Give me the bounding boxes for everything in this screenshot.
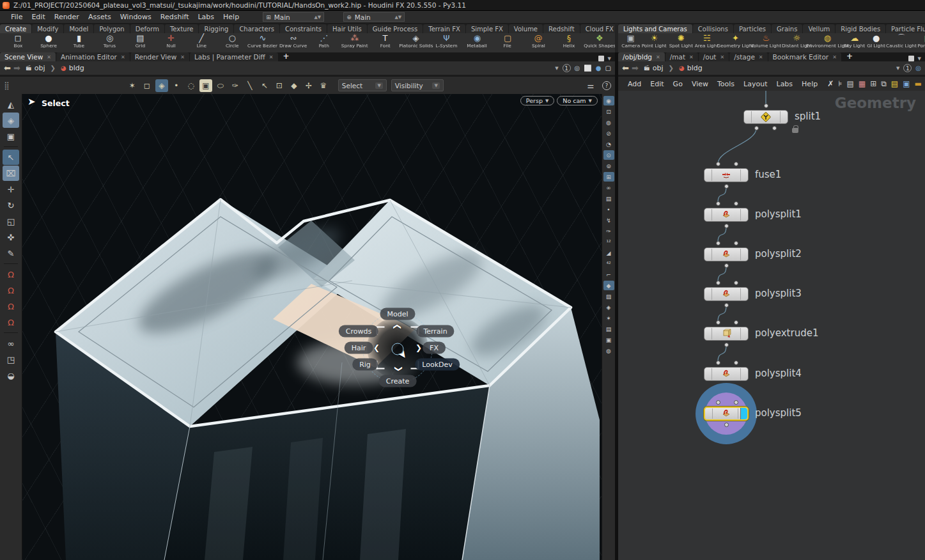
menu-edit[interactable]: Edit <box>27 12 49 22</box>
node-input-connector[interactable] <box>716 400 720 405</box>
shelf-tool-torus[interactable]: ◎Torus <box>95 33 125 52</box>
pane-menu-icon[interactable]: ▼ <box>918 56 921 61</box>
list-view-icon[interactable]: ▤ <box>846 79 853 88</box>
shelf-tool-l-system[interactable]: ΨL-System <box>431 33 462 52</box>
visibility-dropdown[interactable]: Visibility▼ <box>391 79 444 91</box>
radial-item-lookdev[interactable]: LookDev <box>415 359 460 371</box>
breadcrumb-bldg[interactable]: ◕ bldg <box>676 63 705 73</box>
prim-normals-icon[interactable]: ◢ <box>603 248 614 258</box>
shelf-tab-grains[interactable]: Grains <box>772 24 802 33</box>
path-dropdown-icon[interactable]: ▼ <box>896 66 899 71</box>
node-polysplit4[interactable] <box>704 367 749 381</box>
node-label-polyextrude1[interactable]: polyextrude1 <box>755 327 818 339</box>
shelf-tool-quick-shapes[interactable]: ❖Quick Shapes <box>584 33 615 52</box>
network-menu-help[interactable]: Help <box>797 79 822 89</box>
node-label-polysplit2[interactable]: polysplit2 <box>755 248 802 260</box>
wireframe-icon[interactable]: ✶ <box>603 313 614 323</box>
image-plane-icon[interactable]: ▣ <box>603 335 614 345</box>
close-icon[interactable]: ✕ <box>689 54 694 60</box>
pin-icon[interactable]: ✑ <box>603 226 614 236</box>
network-menu-edit[interactable]: Edit <box>646 79 668 89</box>
breadcrumb-obj[interactable]: 🎬︎ obj <box>641 63 666 73</box>
shelf-tool-spot-light[interactable]: ✺Spot Light <box>668 33 694 52</box>
shelf-tab-particle-fluids[interactable]: Particle Fluids <box>886 24 925 33</box>
pin-target-icon[interactable]: ◎ <box>575 65 580 72</box>
node-input-connector[interactable] <box>716 241 720 245</box>
shelf-tab-deform[interactable]: Deform <box>130 24 164 33</box>
shelf-tab-particles[interactable]: Particles <box>734 24 771 33</box>
marker-bulb-icon[interactable]: ◍ <box>603 346 614 355</box>
node-polysplit5[interactable] <box>704 407 749 421</box>
translate-tool-icon[interactable]: ✛ <box>3 182 19 197</box>
snap-options-icon[interactable]: ◈ <box>3 113 19 128</box>
magnet-icon[interactable]: Ω <box>3 315 19 330</box>
tools-wrench-icon[interactable]: ✗ <box>827 79 834 88</box>
secure-selection-icon[interactable]: ⌧ <box>3 166 19 181</box>
node-output-connector[interactable] <box>724 184 729 189</box>
node-label-split1[interactable]: split1 <box>795 111 821 122</box>
paint-tool-icon[interactable]: ✎ <box>3 245 19 261</box>
shelf-tool-font[interactable]: TFont <box>370 33 401 52</box>
shelf-tool-tube[interactable]: ▮Tube <box>64 33 95 52</box>
pane-link-badge[interactable]: 1 <box>903 64 912 72</box>
node-input-connector[interactable] <box>734 361 738 365</box>
node-label-polysplit5[interactable]: polysplit5 <box>755 407 802 419</box>
hook-icon[interactable]: ↯ <box>603 215 614 225</box>
network-canvas[interactable]: Geometry split1fuse1polysplit1polysplit2… <box>618 91 925 560</box>
glasses-icon[interactable]: ∞ <box>3 336 19 351</box>
pane-tab-animation-editor[interactable]: Animation Editor✕ <box>56 52 130 61</box>
viewport-3d[interactable]: ➤ Select Persp▼ No cam▼ ❮❯❮❮ModelTerrain… <box>22 94 602 560</box>
shelf-tool-portal-l[interactable]: ▯Portal L <box>917 33 925 52</box>
breadcrumb-obj[interactable]: 🎬︎ obj <box>23 63 48 73</box>
node-input-connector[interactable] <box>734 400 738 405</box>
node-input-connector[interactable] <box>716 361 720 365</box>
highlight-bulb-icon[interactable]: ⊙ <box>603 150 614 160</box>
shelf-tab-constraints[interactable]: Constraints <box>280 24 327 33</box>
checker-icon[interactable]: ▨ <box>603 292 614 301</box>
network-menu-tools[interactable]: Tools <box>713 79 739 89</box>
pane-tab-bookmark-editor[interactable]: Bookmark Editor✕ <box>768 52 841 61</box>
light-off-icon[interactable]: ⊘ <box>603 128 614 138</box>
display-options-icon[interactable]: ⚌ <box>584 79 597 92</box>
pane-tab-stage[interactable]: /stage✕ <box>729 52 767 61</box>
radial-item-crowds[interactable]: Crowds <box>339 325 378 338</box>
magnet-curve-icon[interactable]: Ω <box>3 283 19 298</box>
node-input-connector[interactable] <box>734 320 738 325</box>
menu-assets[interactable]: Assets <box>84 12 116 22</box>
shelf-tool-file[interactable]: ▢File <box>492 33 523 52</box>
shelf-tool-path[interactable]: ⋰Path <box>309 33 339 52</box>
sphere-view-icon[interactable]: ● <box>596 65 602 72</box>
shelf-tab-model[interactable]: Model <box>64 24 93 33</box>
grid-snap-icon[interactable]: ⊞ <box>870 79 876 88</box>
node-fuse1[interactable] <box>704 168 749 182</box>
select-points-icon[interactable]: ✶ <box>126 79 139 92</box>
network-menu-labs[interactable]: Labs <box>772 79 798 89</box>
node-input-connector[interactable] <box>716 201 720 206</box>
close-icon[interactable]: ✕ <box>720 54 724 60</box>
shaded-mode-icon[interactable]: ◆ <box>603 281 614 290</box>
node-input-connector[interactable] <box>716 320 720 325</box>
node-input-connector[interactable] <box>734 162 738 166</box>
shelf-tab-collisions[interactable]: Collisions <box>693 24 733 33</box>
select-dot-icon[interactable]: • <box>170 79 183 92</box>
menu-file[interactable]: File <box>6 12 27 22</box>
handles-light-icon[interactable]: ◭ <box>3 97 19 112</box>
node-input-connector[interactable] <box>734 201 738 206</box>
pane-menu-icon[interactable]: ▼ <box>608 56 611 61</box>
pick-diamond-icon[interactable]: ◆ <box>288 79 300 92</box>
node-label-polysplit4[interactable]: polysplit4 <box>755 368 802 379</box>
close-icon[interactable]: ✕ <box>656 54 660 60</box>
close-icon[interactable]: ✕ <box>121 54 125 60</box>
shelf-tab-terrain-fx[interactable]: Terrain FX <box>423 24 465 33</box>
lines-icon[interactable]: ▤ <box>603 324 614 334</box>
shelf-tab-modify[interactable]: Modify <box>32 24 63 33</box>
diamond-display-icon[interactable]: ◈ <box>603 302 614 312</box>
shelf-tool-metaball[interactable]: ◉Metaball <box>462 33 492 52</box>
node-label-fuse1[interactable]: fuse1 <box>755 169 781 180</box>
pane-tab-mat[interactable]: /mat✕ <box>665 52 698 61</box>
pane-add-tab-button[interactable]: + <box>279 51 294 61</box>
shelf-tool-gi-light[interactable]: ●GI Light <box>866 33 886 52</box>
pane-maximize-icon[interactable] <box>908 56 914 61</box>
tree-view-icon[interactable]: ⊧ <box>838 79 842 88</box>
camera-select-button[interactable]: No cam▼ <box>557 96 598 105</box>
